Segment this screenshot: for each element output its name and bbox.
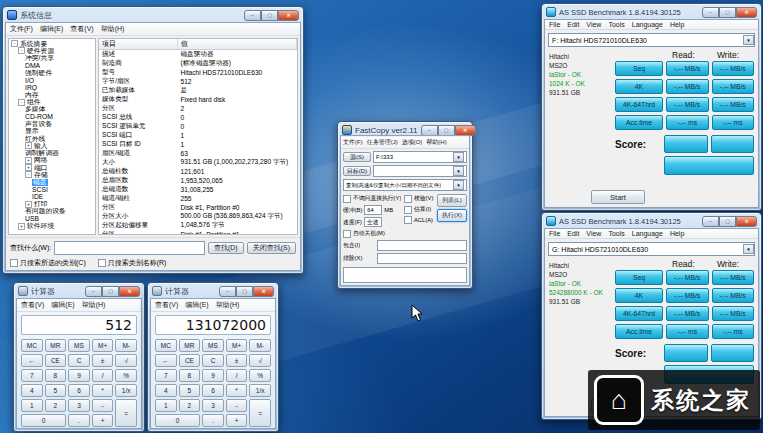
- bench-test-toggle[interactable]: Seq: [615, 270, 663, 285]
- calc-key-±[interactable]: ±: [92, 354, 114, 367]
- calc-key-.[interactable]: .: [68, 414, 90, 427]
- menu-item[interactable]: Edit: [567, 21, 579, 28]
- column-header[interactable]: 项目: [99, 39, 178, 50]
- menu-item[interactable]: Help: [670, 21, 684, 28]
- tree-item[interactable]: SCSI: [9, 186, 95, 193]
- calc-key-C[interactable]: C: [202, 354, 224, 367]
- calc-key-±[interactable]: ±: [226, 354, 248, 367]
- calc-key-/[interactable]: /: [92, 369, 114, 382]
- fastcopy-log[interactable]: [343, 267, 467, 283]
- shutdown-checkbox[interactable]: 自动关机(M): [343, 229, 401, 238]
- calc-key-=[interactable]: =: [249, 399, 271, 427]
- table-row[interactable]: 分区起始偏移量1,048,576 字节: [99, 221, 297, 230]
- calc-key-2[interactable]: 2: [179, 399, 201, 412]
- bench-test-toggle[interactable]: Seq: [615, 61, 663, 76]
- menu-item[interactable]: 任务管理(J): [367, 138, 398, 147]
- close-button[interactable]: ✕: [253, 286, 274, 297]
- tree-expander-icon[interactable]: +: [25, 142, 32, 149]
- calc-key-5[interactable]: 5: [45, 384, 67, 397]
- calc-key--[interactable]: -: [226, 399, 248, 412]
- tree-item[interactable]: 内存: [9, 91, 95, 98]
- minimize-button[interactable]: –: [85, 286, 102, 297]
- table-row[interactable]: 总扇区数1,953,520,065: [99, 176, 297, 185]
- tree-item[interactable]: +输入: [9, 142, 95, 149]
- calc-key-M-[interactable]: M-: [249, 339, 271, 352]
- calc-key-1/x[interactable]: 1/x: [115, 384, 137, 397]
- menu-item[interactable]: Language: [632, 21, 663, 28]
- tree-item[interactable]: 有问题的设备: [9, 208, 95, 215]
- calc-key-6[interactable]: 6: [202, 384, 224, 397]
- tree-item[interactable]: 冲突/共享: [9, 55, 95, 62]
- titlebar[interactable]: 系统信息 – ▢ ✕: [3, 7, 303, 22]
- titlebar[interactable]: AS SSD Benchmark 1.8.4194.30125 – ▢ ✕: [542, 4, 761, 19]
- tree-item[interactable]: 磁盘: [9, 179, 95, 186]
- close-button[interactable]: ✕: [736, 216, 757, 227]
- calc-key-←[interactable]: ←: [21, 354, 43, 367]
- table-row[interactable]: SCSI 逻辑单元0: [99, 122, 297, 131]
- menu-item[interactable]: View: [586, 230, 601, 237]
- table-row[interactable]: 大小931.51 GB (1,000,202,273,280 字节): [99, 158, 297, 167]
- calc-key-+[interactable]: +: [92, 414, 114, 427]
- buffer-field[interactable]: 64: [364, 205, 382, 215]
- calc-key-1[interactable]: 1: [21, 399, 43, 412]
- table-row[interactable]: 已加载媒体是: [99, 86, 297, 95]
- menu-item[interactable]: File: [549, 230, 560, 237]
- bench-test-toggle[interactable]: Acc.time: [615, 324, 663, 339]
- calc-key-M-[interactable]: M-: [115, 339, 137, 352]
- calc-key-MC[interactable]: MC: [155, 339, 177, 352]
- menu-item[interactable]: 帮助(H): [101, 24, 125, 34]
- table-row[interactable]: 总磁柱数121,601: [99, 167, 297, 176]
- chevron-down-icon[interactable]: ▾: [453, 152, 464, 162]
- bench-test-toggle[interactable]: 4K-64Thrd: [615, 97, 663, 112]
- copy-mode-select[interactable]: 复制(高速&仅复制大小/日期不同的文件) ▾: [343, 179, 467, 191]
- calc-key-1/x[interactable]: 1/x: [249, 384, 271, 397]
- help-button[interactable]: 帮助(H): [435, 285, 467, 286]
- tree-item[interactable]: -存储: [9, 171, 95, 178]
- menu-item[interactable]: 查看(V): [70, 24, 93, 34]
- search-category-names-checkbox[interactable]: 只搜索类别名称(R): [98, 258, 167, 268]
- tree-expander-icon[interactable]: -: [18, 47, 25, 54]
- titlebar[interactable]: AS SSD Benchmark 1.8.4194.30125 – ▢ ✕: [542, 213, 761, 228]
- maximize-button[interactable]: ▢: [236, 286, 253, 297]
- execute-button[interactable]: 执行(X): [437, 209, 467, 222]
- table-row[interactable]: SCSI 目标 ID1: [99, 140, 297, 149]
- source-button[interactable]: 源(S): [343, 152, 371, 162]
- menu-item[interactable]: 帮助(H): [216, 300, 240, 310]
- table-row[interactable]: 分区Disk #1, Partition #0: [99, 203, 297, 212]
- maximize-button[interactable]: ▢: [102, 286, 119, 297]
- calc-key-8[interactable]: 8: [179, 369, 201, 382]
- find-input[interactable]: [54, 241, 205, 255]
- calc-key-CE[interactable]: CE: [45, 354, 67, 367]
- calc-key-6[interactable]: 6: [68, 384, 90, 397]
- table-row[interactable]: 型号Hitachi HDS721010DLE630: [99, 68, 297, 77]
- tree-item[interactable]: -硬件资源: [9, 47, 95, 54]
- drive-select[interactable]: F: Hitachi HDS721010DLE630 ▾: [548, 33, 755, 47]
- calc-key-√[interactable]: √: [249, 354, 271, 367]
- minimize-button[interactable]: –: [421, 125, 438, 136]
- chevron-down-icon[interactable]: ▾: [743, 35, 754, 45]
- tree-item[interactable]: IDE: [9, 193, 95, 200]
- menu-item[interactable]: Language: [632, 230, 663, 237]
- calc-key-7[interactable]: 7: [155, 369, 177, 382]
- tree-expander-icon[interactable]: -: [11, 40, 18, 47]
- calc-key-M+[interactable]: M+: [226, 339, 248, 352]
- calc-key-+[interactable]: +: [226, 414, 248, 427]
- table-row[interactable]: 分区2: [99, 104, 297, 113]
- menu-item[interactable]: 查看(V): [21, 300, 44, 310]
- calc-key-1[interactable]: 1: [155, 399, 177, 412]
- titlebar[interactable]: 计算器 – ▢ ✕: [148, 283, 278, 298]
- verify-checkbox[interactable]: 校验(V): [404, 194, 434, 203]
- maximize-button[interactable]: ▢: [719, 216, 736, 227]
- menu-item[interactable]: File: [549, 21, 560, 28]
- calc-key-3[interactable]: 3: [202, 399, 224, 412]
- tree-expander-icon[interactable]: +: [25, 201, 32, 208]
- tree-item[interactable]: IRQ: [9, 84, 95, 91]
- tree-expander-icon[interactable]: -: [25, 171, 32, 178]
- calc-key-0[interactable]: 0: [21, 414, 66, 427]
- tree-item[interactable]: +软件环境: [9, 222, 95, 229]
- calc-key-5[interactable]: 5: [179, 384, 201, 397]
- exclude-filter-input[interactable]: [377, 253, 467, 264]
- calc-key-MC[interactable]: MC: [21, 339, 43, 352]
- calc-key-MS[interactable]: MS: [202, 339, 224, 352]
- table-row[interactable]: 扇区/磁道63: [99, 149, 297, 158]
